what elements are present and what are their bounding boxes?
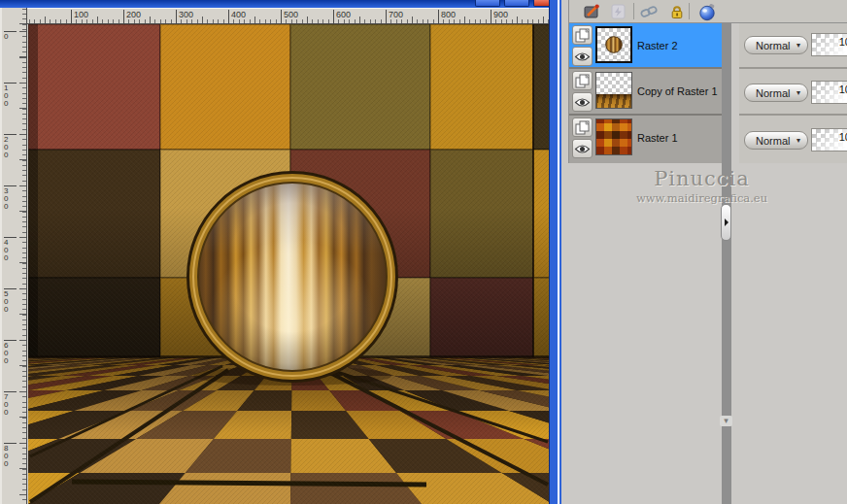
ruler-label: 400 <box>228 10 246 23</box>
image-document-window: 0 100 200 300 400 500 600 700 800 900 0 … <box>0 0 561 504</box>
layer-name: Copy of Raster 1 <box>637 69 718 113</box>
layer-thumbnail <box>595 26 632 63</box>
chevron-down-icon[interactable]: ▾ <box>720 416 732 426</box>
ruler-label: 100 <box>4 83 17 108</box>
blend-controls: Normal ▾ 100 Normal ▾ 100 Normal ▾ <box>739 23 847 163</box>
chevron-down-icon: ▾ <box>796 41 800 50</box>
lock-icon[interactable] <box>666 2 687 21</box>
row-separator <box>739 114 847 116</box>
watermark-url: www.maidiregrafica.eu <box>583 191 821 205</box>
blend-mode-value: Normal <box>756 135 790 147</box>
ruler-mid-ticks <box>19 8 26 504</box>
chevron-down-icon: ▾ <box>796 88 800 97</box>
visibility-eye-icon[interactable] <box>572 92 593 112</box>
layer-thumbnail <box>595 72 632 109</box>
edit-brush-icon[interactable] <box>582 2 602 21</box>
row-separator <box>739 67 847 69</box>
layer-row-raster-1[interactable]: Raster 1 <box>569 116 723 159</box>
layer-row-raster-2[interactable]: Raster 2 <box>569 23 723 67</box>
minimize-button[interactable] <box>475 0 500 7</box>
blend-mode-dropdown[interactable]: Normal ▾ <box>744 131 808 150</box>
ruler-label: 300 <box>4 185 17 211</box>
opacity-field[interactable]: 100 <box>811 81 847 104</box>
layer-thumbnail <box>595 118 632 155</box>
watermark: Pinuccia www.maidiregrafica.eu <box>583 167 821 205</box>
window-border-right <box>549 0 561 504</box>
layer-type-icon <box>572 118 593 137</box>
opacity-value: 100 <box>839 36 847 48</box>
blend-mode-value: Normal <box>756 40 790 51</box>
chevron-down-icon: ▾ <box>796 136 800 145</box>
ruler-label: 0 <box>4 31 17 41</box>
ruler-label: 200 <box>123 10 141 23</box>
ruler-label: 600 <box>333 10 351 23</box>
right-panel: Raster 2 Cop <box>561 0 847 504</box>
chevron-right-icon <box>725 218 728 226</box>
layer-type-icon <box>572 71 593 90</box>
maximize-button[interactable] <box>504 0 529 7</box>
layers-palette: Raster 2 Cop <box>568 0 847 163</box>
layer-row-copy-of-raster-1[interactable]: Copy of Raster 1 <box>569 69 723 113</box>
watermark-title: Pinuccia <box>583 167 821 190</box>
layer-name: Raster 2 <box>637 23 678 67</box>
splitter-handle[interactable] <box>721 204 731 241</box>
ruler-label: 700 <box>4 391 17 417</box>
ruler-label: 300 <box>176 10 193 23</box>
vertical-ruler: 0 100 200 300 400 500 600 700 800 <box>2 8 27 504</box>
visibility-eye-icon[interactable] <box>572 139 593 158</box>
disabled-bolt-icon <box>608 2 628 21</box>
layer-type-icon <box>572 25 593 45</box>
canvas-image[interactable] <box>28 24 550 504</box>
layers-toolbar <box>569 0 847 23</box>
document-titlebar[interactable] <box>0 0 561 8</box>
blue-orb-icon[interactable] <box>697 2 718 21</box>
toolbar-separator <box>633 3 634 19</box>
blend-mode-value: Normal <box>756 87 790 99</box>
blend-mode-dropdown[interactable]: Normal ▾ <box>744 84 808 102</box>
app-window: 0 100 200 300 400 500 600 700 800 900 0 … <box>0 0 847 504</box>
link-chain-icon[interactable] <box>639 2 660 21</box>
ruler-label: 500 <box>281 10 298 23</box>
ruler-label: 400 <box>4 237 17 262</box>
ruler-label: 200 <box>4 134 17 159</box>
ruler-label: 800 <box>438 10 456 23</box>
ruler-label: 600 <box>4 340 17 365</box>
horizontal-ruler: 0 100 200 300 400 500 600 700 800 900 <box>2 9 550 24</box>
opacity-field[interactable]: 100 <box>811 128 847 151</box>
layers-list: Raster 2 Cop <box>569 23 723 163</box>
ruler-label: 100 <box>71 10 88 23</box>
visibility-eye-icon[interactable] <box>572 47 593 66</box>
blend-mode-dropdown[interactable]: Normal ▾ <box>744 36 808 54</box>
toolbar-separator <box>689 3 690 19</box>
ruler-label: 500 <box>4 288 17 314</box>
ruler-label: 800 <box>4 443 17 468</box>
opacity-value: 100 <box>839 84 847 95</box>
ruler-label: 700 <box>386 10 403 23</box>
layer-name: Raster 1 <box>637 116 678 159</box>
opacity-value: 100 <box>839 131 847 143</box>
ruler-label: 900 <box>491 10 508 23</box>
panel-splitter[interactable] <box>722 23 731 504</box>
opacity-field[interactable]: 100 <box>811 33 847 56</box>
